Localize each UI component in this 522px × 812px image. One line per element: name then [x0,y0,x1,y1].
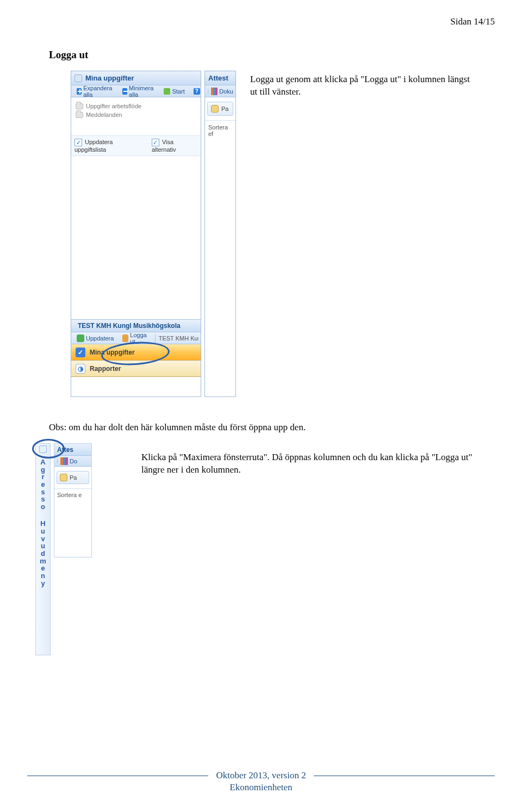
footer-rule [314,776,495,776]
maximize-pane-icon[interactable] [39,445,47,453]
refresh-icon [77,334,84,342]
report-icon: ◑ [76,364,85,374]
logout-button[interactable]: Logga ut [119,331,152,346]
nav-mina-uppgifter[interactable]: ✓ Mina uppgifter [71,344,201,361]
hand-icon [211,105,219,113]
start-button[interactable]: Start [160,87,188,96]
right-cut-panel-2: Attes ⁞ Do Pa Sortera e [54,443,92,557]
minimize-all-button[interactable]: Minimera alla [119,84,158,99]
footer-line2: Ekonomienheten [0,782,522,793]
show-alternatives-checkbox[interactable]: ✓Visa alternativ [152,139,197,153]
section-heading: Logga ut [49,49,88,61]
update-tasklist-checkbox[interactable]: ✓Uppdatera uppgiftslista [74,139,143,153]
refresh-label: Uppdatera [86,335,114,342]
obs-paragraph: Obs: om du har dolt den här kolumnen mås… [49,422,473,434]
nav-label: Mina uppgifter [90,349,135,356]
check-icon: ✓ [76,348,85,357]
books-icon [60,457,68,465]
separator [155,334,156,343]
minimize-label: Minimera alla [129,85,155,98]
nav-rapporter[interactable]: ◑ Rapporter [71,361,201,377]
panel-icon [74,75,82,82]
tree-label: Uppgifter arbetsflöde [86,103,141,109]
right-title: Attest [205,71,235,85]
checkbox-icon: ✓ [74,139,82,146]
right-toolbar-label: Doku [219,88,233,95]
right-button-label: Pa [221,106,228,112]
right-toolbar-2: ⁞ Do [54,456,91,467]
expand-all-button[interactable]: Expandera alla [73,84,117,99]
refresh-button[interactable]: Uppdatera [73,333,117,343]
page-number: Sidan 14/15 [450,16,495,27]
screenshot-1: Mina uppgifter Expandera alla Minimera a… [71,71,238,397]
left-panel: Mina uppgifter Expandera alla Minimera a… [71,71,201,397]
home-icon [164,88,170,95]
hand-icon [60,474,67,481]
bottom-toolbar: Uppdatera Logga ut TEST KMH Kungl M [71,332,201,344]
help-button[interactable]: ? [190,87,203,96]
plus-icon [77,88,82,95]
right-toolbar-label: Do [70,458,77,464]
checkbox-icon: ✓ [152,139,159,146]
right-toolbar: ⁞ Doku [205,85,235,97]
footer-line1: Oktober 2013, version 2 [216,770,306,781]
context-label: TEST KMH Kungl M [159,335,198,342]
bottom-title-text: TEST KMH Kungl Musikhögskola [78,322,181,330]
empty-area [71,156,201,319]
tree-item[interactable]: Meddelanden [76,110,197,119]
grip-icon: ⁞ [57,457,59,464]
right-title-2: Attes [54,444,91,456]
screenshot-2: Agresso Huvudmeny Attes ⁞ Do Pa Sortera … [35,443,128,661]
books-icon [211,88,217,95]
tree-label: Meddelanden [86,111,122,118]
right-button-label: Pa [70,474,77,481]
right-button[interactable]: Pa [207,102,233,116]
options-row: ✓Uppdatera uppgiftslista ✓Visa alternati… [71,135,201,156]
collapsed-sidebar: Agresso Huvudmeny [35,443,51,655]
right-sort-label: Sortera ef [205,120,235,140]
vertical-label-bottom: Huvudmeny [36,520,50,587]
logout-label: Logga ut [130,332,148,345]
help-icon: ? [194,88,200,95]
expand-label: Expandera alla [83,85,114,98]
right-cut-panel: Attest ⁞ Doku Pa Sortera ef [204,71,236,397]
nav-label: Rapporter [90,365,121,373]
folder-icon [76,103,83,109]
vertical-label-top: Agresso [36,458,50,510]
panel-title: Mina uppgifter [85,74,134,82]
start-label: Start [172,88,184,95]
footer-rule [27,776,208,776]
right-sort-label-2: Sortera e [54,488,91,501]
panel-toolbar: Expandera alla Minimera alla Start ? [71,85,201,97]
page-footer: Oktober 2013, version 2 Ekonomienheten [0,770,522,793]
minus-icon [122,88,127,95]
grip-icon: ⁞ [207,88,209,95]
key-icon [122,334,128,342]
tree-area: Uppgifter arbetsflöde Meddelanden [71,97,201,135]
instruction-paragraph-2: Klicka på "Maximera fönsterruta". Då öpp… [141,451,473,476]
instruction-paragraph-1: Logga ut genom att klicka på "Logga ut" … [250,73,473,98]
right-button-2[interactable]: Pa [57,471,89,484]
tree-item[interactable]: Uppgifter arbetsflöde [76,102,197,110]
folder-icon [76,112,83,118]
